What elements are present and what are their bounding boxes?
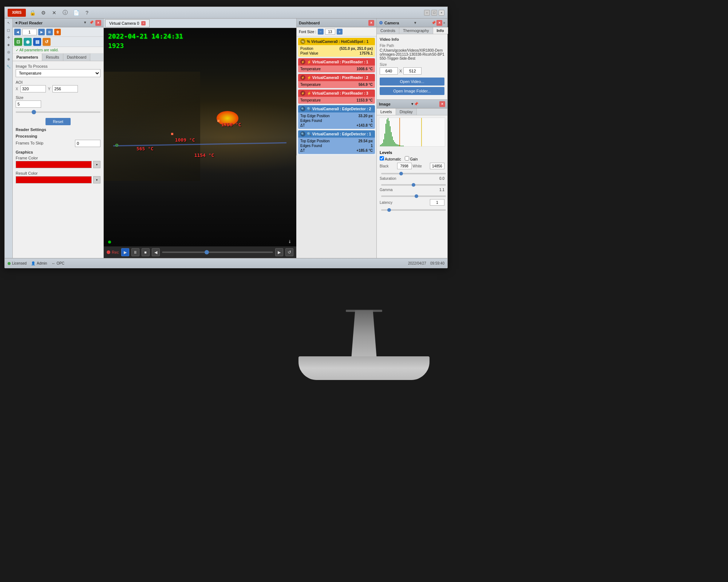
size-x-label: X bbox=[399, 69, 402, 73]
camera-gear-icon: ⚙ bbox=[379, 20, 383, 25]
tab-results[interactable]: Results bbox=[42, 54, 63, 61]
size-input[interactable] bbox=[16, 100, 41, 108]
tab-controls[interactable]: Controls bbox=[377, 27, 399, 34]
reset-button[interactable]: Reset bbox=[46, 118, 71, 125]
tool-search[interactable]: ⊕ bbox=[6, 56, 12, 62]
virtual-camera-tab-close[interactable]: × bbox=[141, 21, 146, 25]
frame-color-dropdown[interactable]: ▾ bbox=[93, 161, 100, 168]
view-tool-button[interactable]: ◉ bbox=[24, 38, 32, 46]
tab-info[interactable]: Info bbox=[433, 27, 448, 34]
grid-button[interactable]: ⊞ bbox=[46, 29, 53, 35]
saturation-slider[interactable] bbox=[381, 184, 446, 186]
edgedetector2-icon: 🔍 bbox=[300, 106, 305, 111]
font-size-input[interactable] bbox=[325, 29, 335, 35]
pixel-reader-collapse-icon[interactable]: ◀ bbox=[15, 21, 17, 24]
camera-header: ⚙ Camera ▾ 📌 × » bbox=[377, 19, 447, 27]
black-white-slider[interactable] bbox=[381, 173, 446, 174]
play-video-button[interactable]: ▶ bbox=[121, 248, 129, 256]
hist-bar-20 bbox=[402, 146, 403, 146]
prev-video-button[interactable]: ◀ bbox=[152, 248, 160, 256]
automatic-checkbox-label: Automatic bbox=[380, 156, 401, 161]
tool-shapes[interactable]: ◈ bbox=[6, 42, 12, 48]
height-input[interactable] bbox=[403, 67, 422, 75]
frame-number-input[interactable] bbox=[22, 29, 37, 35]
refresh-video-button[interactable]: ↺ bbox=[285, 248, 293, 256]
result-color-dropdown[interactable]: ▾ bbox=[93, 176, 100, 183]
sync-tool-button[interactable]: ↺ bbox=[43, 38, 51, 46]
open-video-button[interactable]: Open Video... bbox=[380, 78, 444, 86]
size-slider[interactable] bbox=[16, 111, 100, 113]
image-close-button[interactable]: × bbox=[439, 101, 445, 107]
latency-value-input[interactable] bbox=[430, 199, 444, 206]
tool-cursor[interactable]: ↖ bbox=[6, 20, 12, 26]
crop-tool-button[interactable]: ⊡ bbox=[14, 38, 22, 46]
frames-to-skip-input[interactable] bbox=[75, 140, 100, 147]
minimize-button[interactable]: − bbox=[424, 10, 430, 16]
black-level-row: Black White bbox=[380, 163, 444, 169]
dropdown-icon[interactable]: ▾ bbox=[82, 20, 87, 25]
dashboard-close-button[interactable]: × bbox=[368, 20, 374, 26]
record-button[interactable]: Rec bbox=[107, 250, 119, 254]
size-group: Size bbox=[16, 95, 100, 115]
film-tool-button[interactable]: ▤ bbox=[33, 38, 41, 46]
settings-icon[interactable]: ⚙ bbox=[40, 9, 47, 16]
image-tab-display[interactable]: Display bbox=[396, 108, 417, 115]
delete-button[interactable]: 🗑 bbox=[54, 29, 61, 35]
image-dropdown-icon[interactable]: ▾ bbox=[411, 102, 413, 106]
camera-scroll-icon[interactable]: » bbox=[443, 21, 445, 25]
black-value-input[interactable] bbox=[397, 163, 412, 169]
frame-number-display: 1923 bbox=[108, 42, 124, 50]
prev-frame-button[interactable]: ◀ bbox=[14, 29, 21, 35]
camera-dropdown-icon[interactable]: ▾ bbox=[414, 21, 416, 25]
camera-pin-icon[interactable]: 📌 bbox=[431, 21, 436, 25]
latency-slider[interactable] bbox=[381, 209, 446, 211]
info-circle-icon[interactable]: ⓘ bbox=[62, 9, 69, 16]
tools-icon[interactable]: ✕ bbox=[51, 9, 58, 16]
next-video-button[interactable]: ▶ bbox=[275, 248, 283, 256]
maximize-button[interactable]: □ bbox=[431, 10, 437, 16]
pixelreader1-icon: ⚡ bbox=[300, 59, 305, 64]
font-size-decrease-button[interactable]: − bbox=[318, 29, 324, 35]
tool-square[interactable]: ▢ bbox=[6, 27, 12, 33]
open-image-folder-button[interactable]: Open Image Folder... bbox=[380, 87, 444, 95]
lock-icon[interactable]: 🔒 bbox=[29, 9, 36, 16]
pin-icon[interactable]: 📌 bbox=[89, 20, 94, 25]
stop-video-button[interactable]: ■ bbox=[142, 248, 150, 256]
tab-parameters[interactable]: Parameters bbox=[13, 54, 42, 61]
hist-bar-3 bbox=[383, 139, 384, 147]
gain-checkbox[interactable] bbox=[405, 156, 409, 161]
result-color-label: Result Color bbox=[16, 171, 100, 175]
camera-close-button[interactable]: × bbox=[436, 20, 442, 26]
close-button[interactable]: × bbox=[439, 10, 444, 16]
file-path-value: C:/Users/gcooke/Videos/XIR1800-Demo/Imag… bbox=[380, 48, 444, 60]
tool-plus[interactable]: ✛ bbox=[6, 35, 12, 40]
play-button[interactable]: ▶ bbox=[38, 29, 45, 35]
result-color-box[interactable] bbox=[16, 176, 92, 183]
automatic-checkbox[interactable] bbox=[380, 156, 384, 161]
tool-wrench[interactable]: 🔧 bbox=[6, 64, 12, 70]
font-size-increase-button[interactable]: + bbox=[337, 29, 343, 35]
tab-dashboard[interactable]: Dashboard bbox=[63, 54, 91, 61]
tab-thermography[interactable]: Thermography bbox=[399, 27, 433, 34]
frame-color-box[interactable] bbox=[16, 161, 92, 168]
width-input[interactable] bbox=[380, 67, 398, 75]
pause-video-button[interactable]: ⏸ bbox=[131, 248, 139, 256]
rec-label: Rec bbox=[112, 250, 119, 254]
document-icon[interactable]: 📄 bbox=[72, 9, 80, 16]
virtual-camera-tab[interactable]: Virtual Camera 0 × bbox=[105, 19, 150, 27]
image-tab-levels[interactable]: Levels bbox=[377, 108, 396, 115]
image-pin-icon[interactable]: 📌 bbox=[414, 102, 418, 106]
processing-title: Processing bbox=[16, 134, 100, 138]
help-icon[interactable]: ? bbox=[83, 9, 91, 16]
gamma-slider[interactable] bbox=[381, 195, 446, 197]
x-input[interactable] bbox=[20, 85, 46, 92]
font-size-control: Font Size : − + bbox=[297, 27, 376, 36]
image-type-select[interactable]: Temperature bbox=[16, 69, 100, 77]
pixel-reader-close-button[interactable]: × bbox=[95, 20, 101, 26]
y-input[interactable] bbox=[52, 85, 78, 92]
hotcoldspot-pixelval-row: Pixel Value 17576.1 bbox=[300, 51, 373, 56]
tool-eye[interactable]: ◎ bbox=[6, 49, 12, 55]
white-value-input[interactable] bbox=[430, 163, 444, 169]
pixel-value-value: 17576.1 bbox=[360, 51, 373, 55]
video-progress-slider[interactable] bbox=[162, 252, 273, 253]
